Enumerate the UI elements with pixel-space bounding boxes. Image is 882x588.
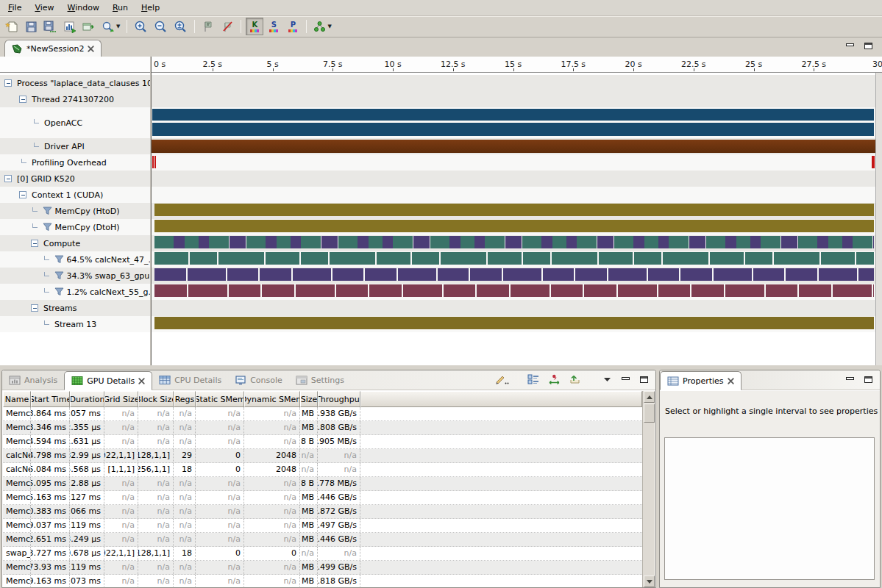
- dependency-analysis-button[interactable]: ▼: [311, 18, 333, 35]
- maximize-view-icon[interactable]: [864, 42, 873, 50]
- scroll-up-button[interactable]: [644, 391, 655, 403]
- menu-view[interactable]: View: [28, 1, 60, 15]
- table-row[interactable]: Memcpy173.93 ms1.119 msn/an/an/an/an/a9 …: [3, 561, 642, 575]
- collapse-toggle-icon[interactable]: [31, 304, 38, 312]
- table-row[interactable]: Memcpy153.346 ms62.355 µsn/an/an/an/an/a…: [3, 421, 642, 435]
- timeline-bar[interactable]: [152, 123, 874, 136]
- menu-run[interactable]: Run: [106, 1, 135, 15]
- stream-coloring-button[interactable]: S: [265, 18, 282, 35]
- funnel-icon[interactable]: [43, 207, 52, 215]
- table-row[interactable]: calcNext155.084 ms5.568 µs[1,1,1][256,1,…: [3, 463, 642, 477]
- timeline-bar[interactable]: [154, 317, 874, 329]
- zoom-fit-button[interactable]: [171, 18, 190, 35]
- tree-item-openacc[interactable]: OpenACC: [0, 107, 150, 138]
- timeline-track[interactable]: [152, 171, 875, 187]
- view-menu-button[interactable]: [600, 372, 614, 387]
- column-header-throughput[interactable]: Throughput: [318, 391, 360, 407]
- save-all-button[interactable]: [41, 18, 60, 35]
- tree-timeline-sash[interactable]: [150, 57, 152, 365]
- dropdown-caret-icon[interactable]: ▼: [327, 24, 331, 29]
- collapse-toggle-icon[interactable]: [4, 79, 12, 87]
- minimize-panel-button[interactable]: [618, 372, 633, 387]
- table-row[interactable]: calcNext154.798 ms282.99 µs[1022,1,1][12…: [3, 449, 642, 463]
- timeline-bar[interactable]: [152, 140, 875, 153]
- column-header-duration[interactable]: Duration: [70, 391, 104, 407]
- timeline-track[interactable]: [152, 235, 875, 251]
- timeline-track[interactable]: [152, 138, 875, 154]
- collapse-toggle-icon[interactable]: [19, 191, 26, 198]
- timeline-track[interactable]: [152, 219, 875, 235]
- tree-item-profiling-overhead[interactable]: Profiling Overhead: [0, 154, 150, 171]
- funnel-icon[interactable]: [54, 255, 64, 264]
- timeline-bar[interactable]: [154, 204, 874, 216]
- timeline-scroll-strip[interactable]: [875, 73, 882, 365]
- tree-item-0-grid-k520[interactable]: [0] GRID K520: [0, 171, 150, 187]
- timeline-track[interactable]: [152, 268, 875, 284]
- zoom-out-button[interactable]: [152, 18, 170, 35]
- column-header-size[interactable]: Size: [300, 391, 318, 407]
- collapse-toggle-icon[interactable]: [19, 96, 26, 103]
- timeline-bar[interactable]: [152, 156, 154, 168]
- timeline-bar[interactable]: [154, 252, 874, 265]
- maximize-panel-icon[interactable]: [861, 372, 875, 387]
- tree-item-driver-api[interactable]: Driver API: [0, 138, 150, 154]
- tab-settings[interactable]: Settings: [289, 370, 351, 390]
- export-session-button[interactable]: [80, 18, 98, 35]
- funnel-icon[interactable]: [54, 287, 64, 296]
- table-row[interactable]: Memcpy155.095 ms2.88 µsn/an/an/an/an/a8 …: [3, 477, 642, 491]
- menu-file[interactable]: File: [1, 1, 28, 15]
- table-scrollbar[interactable]: [642, 391, 655, 587]
- zoom-in-button[interactable]: [132, 18, 150, 35]
- timeline-track[interactable]: [152, 316, 875, 332]
- column-header-dynamic-smem[interactable]: Dynamic SMem: [244, 391, 300, 407]
- timeline-track[interactable]: [152, 154, 875, 171]
- timeline-track[interactable]: [152, 284, 875, 300]
- timeline-track[interactable]: [152, 75, 875, 91]
- minimize-panel-icon[interactable]: [842, 372, 857, 387]
- close-icon[interactable]: [138, 378, 145, 384]
- tab-gpu-details[interactable]: GPU Details: [64, 371, 152, 390]
- tree-item-thread-2741307200[interactable]: Thread 2741307200: [0, 91, 150, 107]
- maximize-panel-button[interactable]: [636, 372, 651, 387]
- table-row[interactable]: swap_6173.727 ms50.678 µs[1022,1,1][128,…: [3, 547, 642, 561]
- session-tab[interactable]: *NewSession2: [4, 40, 102, 57]
- process-coloring-button[interactable]: P: [284, 18, 302, 35]
- table-row[interactable]: Memcpy172.651 ms93.249 µsn/an/an/an/an/a…: [3, 533, 642, 547]
- table-row[interactable]: Memcpy154.594 ms1.631 µsn/an/an/an/an/a8…: [3, 435, 642, 449]
- clear-markers-button[interactable]: [218, 18, 236, 35]
- timeline-bar[interactable]: [154, 156, 156, 168]
- timeline-bar[interactable]: [872, 156, 875, 168]
- timeline-track[interactable]: [152, 300, 875, 316]
- funnel-icon[interactable]: [54, 271, 64, 280]
- collapse-toggle-icon[interactable]: [4, 175, 12, 182]
- table-row[interactable]: Memcpy160.383 ms1.066 msn/an/an/an/an/a9…: [3, 505, 642, 519]
- go-to-marker-button[interactable]: [199, 18, 217, 35]
- tree-item-compute[interactable]: Compute: [0, 235, 150, 251]
- save-button[interactable]: [22, 18, 40, 35]
- column-header-static-smem[interactable]: Static SMem: [196, 391, 244, 407]
- timeline-bar[interactable]: [152, 109, 874, 121]
- close-icon[interactable]: [728, 378, 734, 384]
- zoom-tool-button[interactable]: ▼: [99, 18, 122, 35]
- table-row[interactable]: Memcpy155.163 ms1.127 msn/an/an/an/an/a9…: [3, 491, 642, 505]
- timeline-track[interactable]: [152, 107, 875, 138]
- timeline-track[interactable]: [152, 91, 875, 107]
- tree-item-stream-13[interactable]: Stream 13: [0, 316, 150, 332]
- close-icon[interactable]: [88, 46, 94, 52]
- timeline-bar[interactable]: [154, 220, 874, 232]
- resize-columns-button[interactable]: [546, 372, 563, 387]
- scroll-down-button[interactable]: [644, 576, 655, 587]
- timeline-bar[interactable]: [154, 268, 874, 281]
- timeline-track[interactable]: [152, 203, 875, 219]
- tree-item-streams[interactable]: Streams: [0, 300, 150, 316]
- table-row[interactable]: Memcpy148.864 ms1.057 msn/an/an/an/an/a9…: [3, 407, 642, 421]
- scroll-thumb[interactable]: [644, 404, 655, 423]
- tab-console[interactable]: Console: [228, 370, 289, 390]
- column-header-name[interactable]: Name: [3, 391, 31, 407]
- timeline-bar[interactable]: [154, 236, 874, 248]
- kernel-coloring-button[interactable]: K: [246, 18, 263, 35]
- generate-report-button[interactable]: [61, 18, 79, 35]
- new-session-button[interactable]: [3, 18, 21, 35]
- tab-cpu-details[interactable]: CPU Details: [152, 370, 228, 390]
- menu-window[interactable]: Window: [61, 1, 106, 15]
